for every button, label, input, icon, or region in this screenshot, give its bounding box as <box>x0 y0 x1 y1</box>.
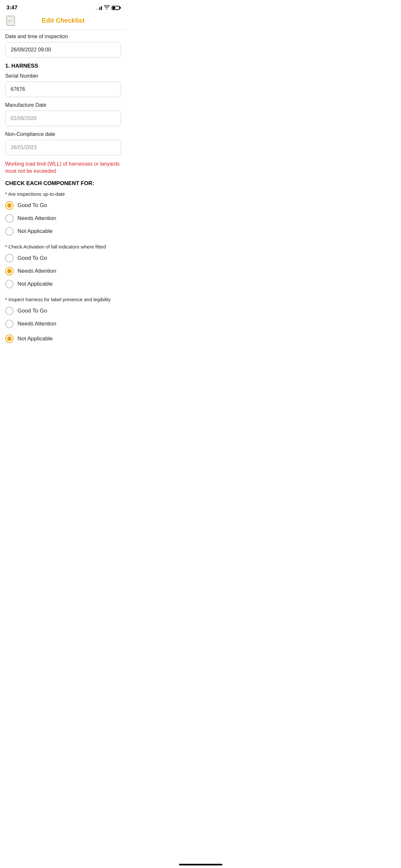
back-button[interactable]: ← <box>6 16 15 26</box>
q2-radio-good-to-go[interactable] <box>5 254 13 262</box>
q1-label-not-applicable: Not Applicable <box>18 228 53 235</box>
manufacture-date-input[interactable] <box>5 111 121 126</box>
q3-radio-good-to-go[interactable] <box>5 307 13 315</box>
q1-radio-good-to-go[interactable] <box>5 201 13 210</box>
status-bar: 3:47 <box>0 0 126 14</box>
manufacture-date-label: Manufacture Date <box>5 102 121 108</box>
q3-label-not-applicable: Not Applicable <box>18 336 53 342</box>
check-section-1: * Are inspections up-to-date Good To Go … <box>5 191 121 236</box>
warning-text: Working load limit (WLL) of harnesses or… <box>5 160 121 175</box>
q1-not-applicable[interactable]: Not Applicable <box>5 227 121 236</box>
question-3-text: * Inspect harness for label presence and… <box>5 296 121 303</box>
q1-label-needs-attention: Needs Attention <box>18 215 56 222</box>
question-1-text: * Are inspections up-to-date <box>5 191 121 197</box>
q2-good-to-go[interactable]: Good To Go <box>5 254 121 262</box>
battery-icon <box>112 6 120 10</box>
question-1-options: Good To Go Needs Attention Not Applicabl… <box>5 201 121 236</box>
q2-radio-not-applicable[interactable] <box>5 280 13 288</box>
wifi-icon <box>104 5 110 11</box>
serial-number-label: Serial Number <box>5 73 121 79</box>
datetime-label: Date and time of inspection <box>5 34 121 39</box>
q2-label-good-to-go: Good To Go <box>18 255 47 261</box>
signal-icon <box>96 5 102 10</box>
q3-radio-needs-attention[interactable] <box>5 320 13 328</box>
page-title: Edit Checklist <box>42 17 85 24</box>
question-2-options: Good To Go Needs Attention Not Applicabl… <box>5 254 121 288</box>
datetime-field-group: Date and time of inspection <box>5 34 121 58</box>
q3-label-needs-attention: Needs Attention <box>18 320 56 327</box>
check-section-3: * Inspect harness for label presence and… <box>5 296 121 343</box>
datetime-input[interactable] <box>5 42 121 58</box>
q3-not-applicable[interactable]: Not Applicable <box>5 335 121 343</box>
q1-needs-attention[interactable]: Needs Attention <box>5 214 121 223</box>
main-content: Date and time of inspection 1. HARNESS S… <box>0 29 126 354</box>
check-section-2: * Check Activation of fall indicators wh… <box>5 243 121 288</box>
non-compliance-date-input[interactable] <box>5 140 121 155</box>
q2-needs-attention[interactable]: Needs Attention <box>5 267 121 275</box>
q1-radio-needs-attention[interactable] <box>5 214 13 223</box>
section-title: 1. HARNESS <box>5 63 121 69</box>
non-compliance-date-label: Non-Compliance date <box>5 131 121 137</box>
manufacture-date-field-group: Manufacture Date <box>5 102 121 126</box>
q2-radio-needs-attention[interactable] <box>5 267 13 275</box>
serial-number-input[interactable] <box>5 82 121 97</box>
q3-needs-attention[interactable]: Needs Attention <box>5 320 121 328</box>
q1-label-good-to-go: Good To Go <box>18 202 47 209</box>
question-2-text: * Check Activation of fall indicators wh… <box>5 243 121 250</box>
q2-not-applicable[interactable]: Not Applicable <box>5 280 121 288</box>
q3-label-good-to-go: Good To Go <box>18 308 47 314</box>
q1-radio-not-applicable[interactable] <box>5 227 13 236</box>
status-time: 3:47 <box>6 4 18 11</box>
question-3-options: Good To Go Needs Attention <box>5 307 121 328</box>
status-icons <box>96 5 120 11</box>
check-heading: CHECK EACH COMPONENT FOR: <box>5 180 121 187</box>
q2-label-not-applicable: Not Applicable <box>18 281 53 287</box>
q3-good-to-go[interactable]: Good To Go <box>5 307 121 315</box>
q3-radio-not-applicable[interactable] <box>5 335 13 343</box>
non-compliance-date-field-group: Non-Compliance date <box>5 131 121 155</box>
q1-good-to-go[interactable]: Good To Go <box>5 201 121 210</box>
q2-label-needs-attention: Needs Attention <box>18 268 56 274</box>
serial-number-field-group: Serial Number <box>5 73 121 97</box>
top-nav: ← Edit Checklist <box>0 14 126 29</box>
